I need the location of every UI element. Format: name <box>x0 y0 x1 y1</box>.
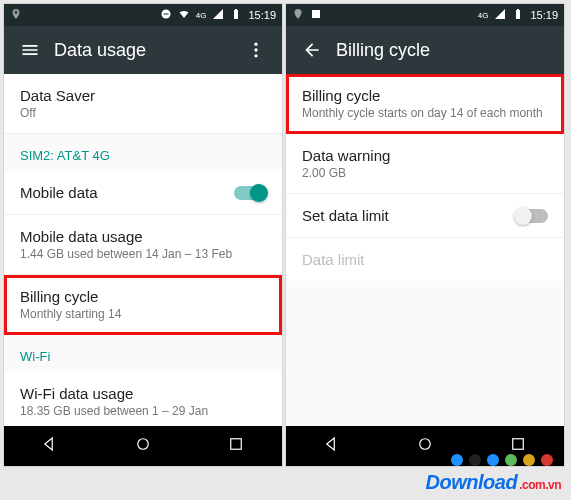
phone-right: 4G 15:19 Billing cycle Billing cycle Mon… <box>286 4 564 466</box>
row-data-warning[interactable]: Data warning 2.00 GB <box>286 134 564 194</box>
watermark-text: Download <box>426 471 518 493</box>
nav-back-icon[interactable] <box>323 435 341 457</box>
page-title: Data usage <box>54 40 236 61</box>
svg-rect-9 <box>512 439 523 450</box>
navbar <box>4 426 282 466</box>
row-set-data-limit[interactable]: Set data limit <box>286 194 564 238</box>
watermark: Download.com.vn <box>426 471 561 494</box>
location-icon <box>292 8 304 22</box>
battery-icon <box>512 8 524 22</box>
row-subtitle: Monthly starting 14 <box>20 307 266 321</box>
svg-point-2 <box>254 43 257 46</box>
row-title: Mobile data <box>20 184 98 201</box>
toggle-mobile-data[interactable] <box>234 186 266 200</box>
row-billing-cycle[interactable]: Billing cycle Monthly cycle starts on da… <box>286 74 564 134</box>
clock-text: 15:19 <box>530 9 558 21</box>
svg-point-3 <box>254 48 257 51</box>
dnd-icon <box>160 8 172 22</box>
svg-rect-1 <box>163 14 168 15</box>
row-title: Data limit <box>302 251 548 268</box>
row-title: Mobile data usage <box>20 228 266 245</box>
location-icon <box>10 8 22 22</box>
watermark-ext: .com.vn <box>519 478 561 492</box>
svg-rect-6 <box>230 439 241 450</box>
dot <box>487 454 499 466</box>
row-subtitle: 1.44 GB used between 14 Jan – 13 Feb <box>20 247 266 261</box>
row-title: Billing cycle <box>302 87 548 104</box>
subheader-sim: SIM2: AT&T 4G <box>4 134 282 171</box>
subheader-wifi: Wi-Fi <box>4 335 282 372</box>
nav-home-icon[interactable] <box>416 435 434 457</box>
row-subtitle: Off <box>20 106 266 120</box>
row-title: Wi-Fi data usage <box>20 385 266 402</box>
dot <box>523 454 535 466</box>
row-title: Billing cycle <box>20 288 266 305</box>
row-subtitle: 18.35 GB used between 1 – 29 Jan <box>20 404 266 418</box>
svg-point-4 <box>254 54 257 57</box>
row-title: Data Saver <box>20 87 266 104</box>
content: Data Saver Off SIM2: AT&T 4G Mobile data… <box>4 74 282 426</box>
signal-icon <box>212 8 224 22</box>
statusbar: 4G 15:19 <box>286 4 564 26</box>
row-mobile-data[interactable]: Mobile data <box>4 171 282 215</box>
dot <box>541 454 553 466</box>
dot <box>451 454 463 466</box>
dot <box>469 454 481 466</box>
appbar: Data usage <box>4 26 282 74</box>
row-title: Data warning <box>302 147 548 164</box>
back-icon[interactable] <box>292 30 332 70</box>
wifi-icon <box>178 8 190 22</box>
clock-text: 15:19 <box>248 9 276 21</box>
phone-left: 4G 15:19 Data usage Data Saver Off SIM2:… <box>4 4 282 466</box>
screenshot-icon <box>310 8 322 22</box>
appbar: Billing cycle <box>286 26 564 74</box>
dot <box>505 454 517 466</box>
svg-point-8 <box>420 439 431 450</box>
svg-point-5 <box>138 439 149 450</box>
menu-icon[interactable] <box>10 30 50 70</box>
page-title: Billing cycle <box>336 40 558 61</box>
row-mobile-data-usage[interactable]: Mobile data usage 1.44 GB used between 1… <box>4 215 282 275</box>
overflow-icon[interactable] <box>236 30 276 70</box>
toggle-set-data-limit[interactable] <box>516 209 548 223</box>
net-label: 4G <box>196 11 207 20</box>
row-subtitle: Monthly cycle starts on day 14 of each m… <box>302 106 548 120</box>
row-title: Set data limit <box>302 207 389 224</box>
row-data-limit: Data limit <box>286 238 564 281</box>
nav-home-icon[interactable] <box>134 435 152 457</box>
row-wifi-data-usage[interactable]: Wi-Fi data usage 18.35 GB used between 1… <box>4 372 282 426</box>
signal-icon <box>494 8 506 22</box>
row-subtitle: 2.00 GB <box>302 166 548 180</box>
nav-recent-icon[interactable] <box>227 435 245 457</box>
color-dots <box>451 454 553 466</box>
statusbar: 4G 15:19 <box>4 4 282 26</box>
svg-rect-7 <box>312 10 320 18</box>
row-billing-cycle[interactable]: Billing cycle Monthly starting 14 <box>4 275 282 335</box>
content: Billing cycle Monthly cycle starts on da… <box>286 74 564 426</box>
row-data-saver[interactable]: Data Saver Off <box>4 74 282 134</box>
net-label: 4G <box>478 11 489 20</box>
nav-back-icon[interactable] <box>41 435 59 457</box>
battery-icon <box>230 8 242 22</box>
